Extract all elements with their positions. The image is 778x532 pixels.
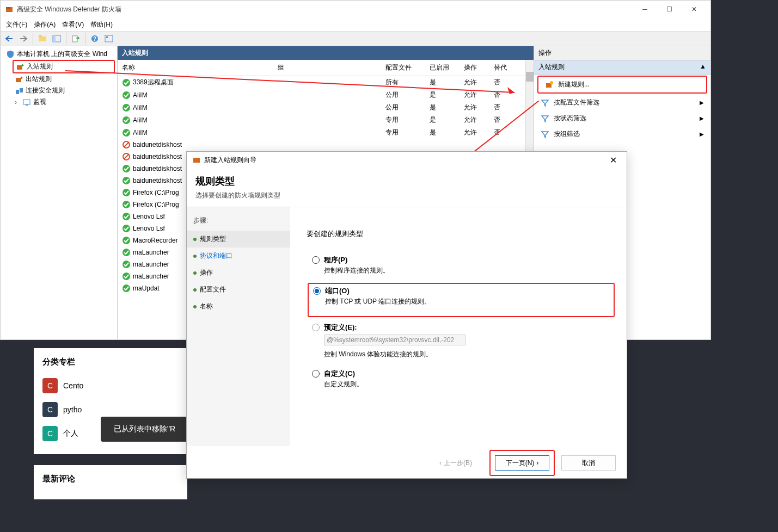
tree-security-rules[interactable]: 连接安全规则 <box>1 85 117 96</box>
rule-row[interactable]: AliIM专用是允许否 <box>118 114 525 126</box>
arrow-icon: ▶ <box>700 131 704 137</box>
expand-icon: › <box>15 98 20 106</box>
maximize-button[interactable]: ☐ <box>657 1 682 17</box>
recent-comments-title: 最新评论 <box>42 474 179 484</box>
menu-help[interactable]: 帮助(H) <box>87 19 116 30</box>
collapse-icon[interactable]: ▲ <box>700 63 706 72</box>
svg-rect-11 <box>17 65 22 70</box>
list-title: 入站规则 <box>118 46 534 60</box>
action-filter-state[interactable]: 按状态筛选 ▶ <box>534 110 710 126</box>
col-group[interactable]: 组 <box>278 63 385 72</box>
tree-monitor[interactable]: › 监视 <box>1 96 117 108</box>
menu-view[interactable]: 查看(V) <box>59 19 87 30</box>
tree-outbound-label: 出站规则 <box>26 75 52 84</box>
rule-row[interactable]: AliIM公用是允许否 <box>118 89 525 101</box>
actions-section: 入站规则 ▲ <box>534 60 710 75</box>
shield-icon <box>6 50 15 59</box>
action-new-rule[interactable]: 新建规则... <box>538 77 706 92</box>
wizard-steps-pane: 步骤: 规则类型 协议和端口 操作 配置文件 名称 <box>187 207 290 446</box>
help-button[interactable]: ? <box>88 33 101 45</box>
steps-label: 步骤: <box>187 216 290 231</box>
prev-button: ‹ 上一步(B) <box>428 455 483 471</box>
filter-icon <box>541 130 549 139</box>
wizard-heading: 规则类型 <box>195 175 618 188</box>
step-protocol-port[interactable]: 协议和端口 <box>187 248 290 264</box>
svg-rect-12 <box>16 78 21 82</box>
wizard-close-button[interactable]: ✕ <box>605 153 621 168</box>
column-headers: 名称 组 配置文件 已启用 操作 替代 <box>118 60 525 76</box>
rule-row[interactable]: baidunetdiskhost <box>118 139 525 151</box>
tree-inbound-rules[interactable]: 入站规则 <box>14 61 114 72</box>
menu-file[interactable]: 文件(F) <box>3 19 30 30</box>
action-new-rule-label: 新建规则... <box>558 80 590 89</box>
tree-inbound-label: 入站规则 <box>27 62 53 71</box>
action-filter-profile[interactable]: 按配置文件筛选 ▶ <box>534 95 710 110</box>
minimize-button[interactable]: ─ <box>633 1 657 17</box>
svg-point-18 <box>122 91 130 99</box>
col-profile[interactable]: 配置文件 <box>385 63 430 72</box>
svg-rect-6 <box>72 36 77 42</box>
menu-action[interactable]: 操作(A) <box>30 19 59 30</box>
col-override[interactable]: 替代 <box>494 63 520 72</box>
col-name[interactable]: 名称 <box>122 63 278 72</box>
new-rule-icon <box>545 81 554 89</box>
arrow-icon: ▶ <box>700 115 704 121</box>
svg-rect-15 <box>23 100 30 104</box>
svg-rect-39 <box>193 158 200 163</box>
svg-point-34 <box>122 261 130 268</box>
radio-predefined[interactable]: 预定义(E): 控制 Windows 体验功能连接的规则。 <box>312 323 610 367</box>
svg-rect-13 <box>16 90 19 94</box>
col-enabled[interactable]: 已启用 <box>430 63 464 72</box>
filter-icon <box>541 98 549 107</box>
svg-rect-16 <box>26 104 28 106</box>
category-item[interactable]: C Cento <box>42 374 179 398</box>
svg-rect-14 <box>20 88 23 92</box>
category-title: 分类专栏 <box>42 357 179 367</box>
svg-point-27 <box>122 177 130 184</box>
svg-point-29 <box>122 201 130 208</box>
titlebar: 高级安全 Windows Defender 防火墙 ─ ☐ ✕ <box>1 1 710 18</box>
folder-button[interactable] <box>36 33 49 45</box>
wizard-title: 新建入站规则向导 <box>204 156 605 165</box>
svg-point-32 <box>122 237 130 244</box>
back-button[interactable] <box>3 33 16 45</box>
svg-point-30 <box>122 213 130 220</box>
forward-button[interactable] <box>17 33 30 45</box>
radio-custom[interactable]: 自定义(C) 自定义规则。 <box>312 369 610 397</box>
svg-point-21 <box>122 129 130 137</box>
svg-point-28 <box>122 189 130 196</box>
next-button[interactable]: 下一页(N) › <box>495 455 549 471</box>
wizard-subtitle: 选择要创建的防火墙规则类型 <box>195 191 618 200</box>
col-action[interactable]: 操作 <box>464 63 493 72</box>
radio-program[interactable]: 程序(P) 控制程序连接的规则。 <box>312 255 610 283</box>
predefined-select <box>324 335 465 345</box>
tree-root[interactable]: 本地计算机 上的高级安全 Wind <box>1 48 117 60</box>
step-action[interactable]: 操作 <box>187 264 290 281</box>
svg-rect-2 <box>8 7 10 9</box>
cancel-button[interactable]: 取消 <box>561 455 616 471</box>
export-button[interactable] <box>69 33 82 45</box>
step-name[interactable]: 名称 <box>187 298 290 315</box>
filter-icon <box>541 114 549 123</box>
step-profile[interactable]: 配置文件 <box>187 281 290 298</box>
menubar: 文件(F) 操作(A) 查看(V) 帮助(H) <box>1 18 710 31</box>
close-button[interactable]: ✕ <box>682 1 706 17</box>
step-rule-type[interactable]: 规则类型 <box>187 231 290 248</box>
rule-row[interactable]: AliIM专用是允许否 <box>118 126 525 139</box>
svg-point-36 <box>122 284 130 292</box>
details-button[interactable] <box>102 33 115 45</box>
view-button[interactable] <box>50 33 63 45</box>
svg-rect-1 <box>6 7 8 9</box>
rule-row[interactable]: 3389远程桌面所有是允许否 <box>118 76 525 89</box>
radio-port[interactable]: 端口(O) 控制 TCP 或 UDP 端口连接的规则。 <box>313 286 609 314</box>
category-badge-icon: C <box>42 402 58 417</box>
monitor-icon <box>22 98 31 107</box>
svg-point-38 <box>550 81 553 84</box>
rule-row[interactable]: AliIM公用是允许否 <box>118 101 525 114</box>
wizard-footer: ‹ 上一步(B) 下一页(N) › 取消 <box>187 448 627 478</box>
svg-point-33 <box>122 249 130 256</box>
wizard-header: 规则类型 选择要创建的防火墙规则类型 <box>187 168 627 207</box>
tree-outbound-rules[interactable]: 出站规则 <box>1 73 117 85</box>
svg-point-19 <box>122 104 130 112</box>
action-filter-group[interactable]: 按组筛选 ▶ <box>534 126 710 142</box>
